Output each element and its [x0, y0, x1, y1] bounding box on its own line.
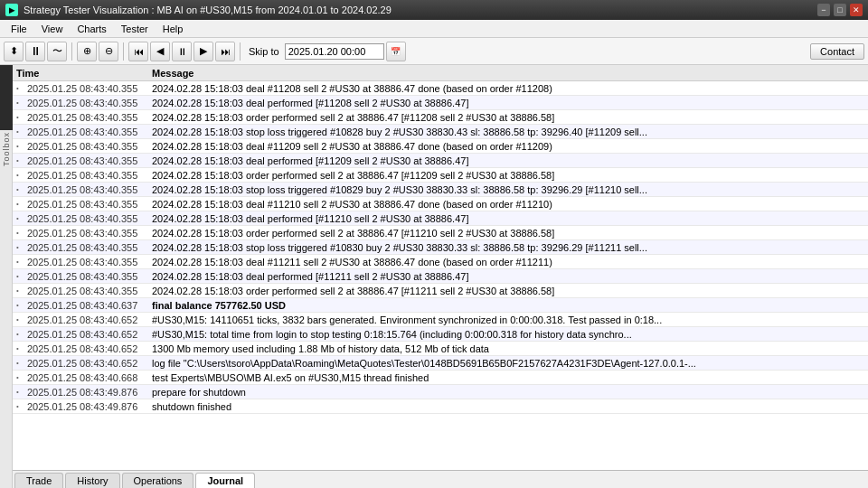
row-bullet: • — [16, 272, 27, 280]
table-row[interactable]: •2025.01.25 08:43:40.3552024.02.28 15:18… — [13, 125, 868, 139]
column-headers: Time Message — [13, 65, 868, 81]
row-time: 2025.01.25 08:43:40.355 — [27, 199, 152, 210]
toolbar-button-3[interactable]: 〜 — [47, 42, 67, 61]
table-row[interactable]: •2025.01.25 08:43:40.637final balance 75… — [13, 298, 868, 313]
toolbar-button-2[interactable]: ⏸ — [25, 42, 45, 61]
zoom-out-button[interactable]: ⊖ — [99, 42, 118, 61]
table-row[interactable]: •2025.01.25 08:43:40.3552024.02.28 15:18… — [13, 139, 868, 154]
table-row[interactable]: •2025.01.25 08:43:40.3552024.02.28 15:18… — [13, 284, 868, 298]
tab-journal[interactable]: Journal — [195, 473, 255, 488]
row-message: 2024.02.28 15:18:03 order performed sell… — [152, 228, 864, 239]
row-bullet: • — [16, 200, 27, 208]
row-time: 2025.01.25 08:43:40.355 — [27, 127, 152, 137]
row-message: 2024.02.28 15:18:03 stop loss triggered … — [152, 127, 864, 137]
table-row[interactable]: •2025.01.25 08:43:40.3552024.02.28 15:18… — [13, 197, 868, 211]
datetime-input[interactable] — [285, 43, 384, 60]
content-wrapper: Toolbox Time Message •2025.01.25 08:43:4… — [0, 65, 868, 488]
row-time: 2025.01.25 08:43:40.355 — [27, 155, 152, 166]
table-row[interactable]: •2025.01.25 08:43:40.3552024.02.28 15:18… — [13, 211, 868, 226]
table-row[interactable]: •2025.01.25 08:43:40.3552024.02.28 15:18… — [13, 81, 868, 96]
row-message: 2024.02.28 15:18:03 deal #11210 sell 2 #… — [152, 199, 864, 210]
row-message: shutdown finished — [152, 401, 864, 412]
row-bullet: • — [16, 301, 27, 309]
tab-operations[interactable]: Operations — [122, 473, 194, 488]
zoom-in-button[interactable]: ⊕ — [77, 42, 97, 61]
step-back-button[interactable]: ◀ — [150, 42, 170, 61]
table-row[interactable]: •2025.01.25 08:43:40.652log file "C:\Use… — [13, 356, 868, 371]
log-area[interactable]: Time Message •2025.01.25 08:43:40.355202… — [13, 65, 868, 470]
time-column-header: Time — [16, 68, 152, 79]
row-bullet: • — [16, 171, 27, 179]
app-icon: ▶ — [5, 4, 18, 16]
row-bullet: • — [16, 359, 27, 367]
row-time: 2025.01.25 08:43:40.355 — [27, 98, 152, 108]
tab-history[interactable]: History — [65, 473, 119, 488]
row-time: 2025.01.25 08:43:40.637 — [27, 300, 152, 311]
fast-forward-button[interactable]: ⏭ — [215, 42, 235, 61]
play-button[interactable]: ⏮ — [128, 42, 148, 61]
title-bar-controls: − □ ✕ — [817, 4, 863, 16]
contact-button[interactable]: Contact — [810, 43, 864, 60]
table-row[interactable]: •2025.01.25 08:43:40.3552024.02.28 15:18… — [13, 96, 868, 110]
toolbox-label: Toolbox — [2, 132, 11, 166]
table-row[interactable]: •2025.01.25 08:43:40.3552024.02.28 15:18… — [13, 154, 868, 168]
row-bullet: • — [16, 402, 27, 410]
row-bullet: • — [16, 344, 27, 352]
row-bullet: • — [16, 286, 27, 295]
table-row[interactable]: •2025.01.25 08:43:40.3552024.02.28 15:18… — [13, 168, 868, 183]
row-message: log file "C:\Users\tsoro\AppData\Roaming… — [152, 358, 864, 369]
table-row[interactable]: •2025.01.25 08:43:40.3552024.02.28 15:18… — [13, 110, 868, 125]
window-title: Strategy Tester Visualization : MB AI on… — [24, 5, 392, 15]
tab-trade[interactable]: Trade — [14, 473, 63, 488]
row-bullet: • — [16, 99, 27, 107]
row-time: 2025.01.25 08:43:40.652 — [27, 314, 152, 325]
table-row[interactable]: •2025.01.25 08:43:40.668test Experts\MBU… — [13, 371, 868, 385]
row-message: #US30,M15: total time from login to stop… — [152, 329, 864, 340]
calendar-button[interactable]: 📅 — [386, 42, 406, 61]
row-bullet: • — [16, 214, 27, 222]
title-bar: ▶ Strategy Tester Visualization : MB AI … — [0, 0, 868, 20]
skip-to-label: Skip to — [249, 46, 279, 57]
table-row[interactable]: •2025.01.25 08:43:40.652#US30,M15: total… — [13, 327, 868, 342]
toolbar-separator-2 — [123, 42, 124, 61]
table-row[interactable]: •2025.01.25 08:43:40.3552024.02.28 15:18… — [13, 183, 868, 197]
table-row[interactable]: •2025.01.25 08:43:40.6521300 Mb memory u… — [13, 342, 868, 356]
row-bullet: • — [16, 388, 27, 396]
table-row[interactable]: •2025.01.25 08:43:49.876prepare for shut… — [13, 385, 868, 399]
row-message: 2024.02.28 15:18:03 deal #11208 sell 2 #… — [152, 83, 864, 94]
pause-button[interactable]: ⏸ — [172, 42, 192, 61]
menu-item-help[interactable]: Help — [156, 22, 191, 36]
menu-item-view[interactable]: View — [34, 22, 71, 36]
row-time: 2025.01.25 08:43:40.355 — [27, 170, 152, 181]
row-bullet: • — [16, 229, 27, 237]
table-row[interactable]: •2025.01.25 08:43:40.3552024.02.28 15:18… — [13, 269, 868, 284]
row-message: 2024.02.28 15:18:03 deal performed [#112… — [152, 98, 864, 108]
table-row[interactable]: •2025.01.25 08:43:40.3552024.02.28 15:18… — [13, 226, 868, 240]
row-time: 2025.01.25 08:43:40.355 — [27, 141, 152, 152]
table-row[interactable]: •2025.01.25 08:43:40.652#US30,M15: 14110… — [13, 313, 868, 327]
table-row[interactable]: •2025.01.25 08:43:40.3552024.02.28 15:18… — [13, 240, 868, 255]
menu-bar: FileViewChartsTesterHelp — [0, 20, 868, 38]
menu-item-charts[interactable]: Charts — [70, 22, 113, 36]
message-column-header: Message — [152, 68, 864, 79]
row-bullet: • — [16, 243, 27, 251]
menu-item-tester[interactable]: Tester — [114, 22, 156, 36]
row-time: 2025.01.25 08:43:40.668 — [27, 372, 152, 383]
close-button[interactable]: ✕ — [850, 4, 863, 16]
toolbar-button-1[interactable]: ⬍ — [4, 42, 24, 61]
row-time: 2025.01.25 08:43:40.355 — [27, 286, 152, 296]
row-message: 2024.02.28 15:18:03 deal #11211 sell 2 #… — [152, 257, 864, 267]
menu-item-file[interactable]: File — [4, 22, 34, 36]
toolbar-separator-1 — [71, 42, 72, 61]
table-row[interactable]: •2025.01.25 08:43:49.876shutdown finishe… — [13, 399, 868, 414]
row-message: #US30,M15: 14110651 ticks, 3832 bars gen… — [152, 314, 864, 325]
row-bullet: • — [16, 185, 27, 193]
row-time: 2025.01.25 08:43:40.355 — [27, 184, 152, 195]
minimize-button[interactable]: − — [817, 4, 830, 16]
table-row[interactable]: •2025.01.25 08:43:40.3552024.02.28 15:18… — [13, 255, 868, 269]
step-forward-button[interactable]: ▶ — [193, 42, 213, 61]
row-time: 2025.01.25 08:43:49.876 — [27, 387, 152, 398]
row-bullet: • — [16, 156, 27, 164]
maximize-button[interactable]: □ — [834, 4, 846, 16]
row-message: final balance 757762.50 USD — [152, 300, 864, 311]
